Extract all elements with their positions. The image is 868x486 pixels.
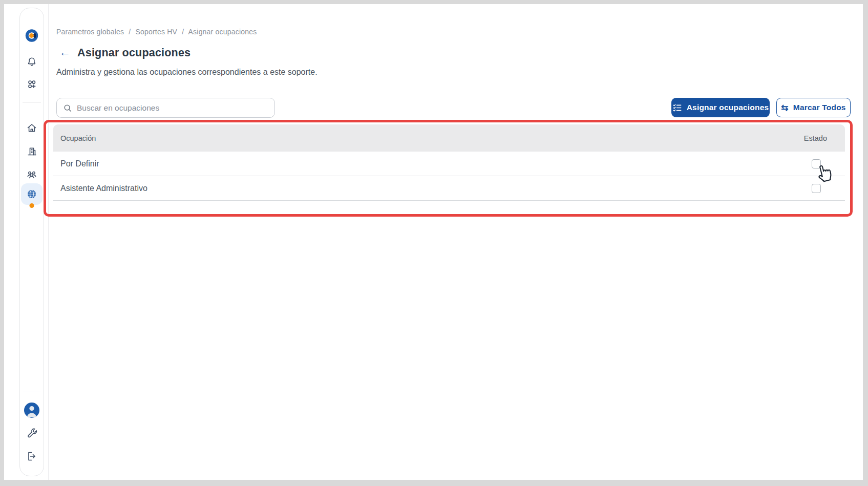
mark-all-label: Marcar Todos xyxy=(793,103,846,112)
occupation-name: Por Definir xyxy=(53,159,758,168)
building-icon[interactable] xyxy=(26,145,38,158)
company-logo-glyph xyxy=(25,29,39,43)
sidebar-rail xyxy=(4,4,49,480)
occupation-name: Asistente Administrativo xyxy=(53,184,758,193)
sidebar-divider-top xyxy=(23,102,41,103)
globe-icon[interactable] xyxy=(26,188,38,200)
estado-cell xyxy=(758,184,845,193)
main-content: Parametros globales / Soportes HV / Asig… xyxy=(49,4,863,480)
swap-arrows-icon: ⇆ xyxy=(781,103,788,112)
apps-add-icon[interactable] xyxy=(26,78,38,91)
back-arrow-icon[interactable]: ← xyxy=(58,46,72,59)
column-header-estado: Estado xyxy=(758,134,845,142)
table-header-row: Ocupación Estado xyxy=(53,124,845,152)
occupations-table: Ocupación Estado Por Definir Asistente A… xyxy=(53,124,845,201)
table-body: Por Definir Asistente Administrativo xyxy=(53,152,845,201)
screenshot-stage: Parametros globales / Soportes HV / Asig… xyxy=(0,0,868,486)
column-header-ocupacion: Ocupación xyxy=(53,134,758,142)
notification-dot xyxy=(30,203,34,208)
sidebar-divider-bottom xyxy=(23,391,41,391)
search-box xyxy=(56,98,275,118)
estado-checkbox[interactable] xyxy=(812,184,821,193)
bell-icon[interactable] xyxy=(26,56,38,68)
avatar-icon[interactable] xyxy=(24,402,40,418)
sidebar xyxy=(19,8,44,476)
home-icon[interactable] xyxy=(26,122,38,134)
table-row: Por Definir xyxy=(53,152,845,176)
breadcrumb-item-parametros[interactable]: Parametros globales xyxy=(56,28,124,36)
app-window: Parametros globales / Soportes HV / Asig… xyxy=(4,4,863,480)
breadcrumb-separator: / xyxy=(182,28,184,36)
mark-all-button[interactable]: ⇆ Marcar Todos xyxy=(776,98,851,117)
wrench-icon[interactable] xyxy=(26,427,38,439)
search-input[interactable] xyxy=(77,103,268,113)
logout-icon[interactable] xyxy=(26,450,38,462)
estado-checkbox[interactable] xyxy=(812,159,821,168)
company-logo-icon[interactable] xyxy=(25,29,39,43)
users-icon[interactable] xyxy=(26,168,38,181)
list-check-icon xyxy=(672,103,682,113)
page-subtitle: Administra y gestiona las ocupaciones co… xyxy=(56,68,317,77)
breadcrumb-item-asignar: Asignar ocupaciones xyxy=(188,28,257,36)
estado-cell xyxy=(758,159,845,168)
page-title: Asignar ocupaciones xyxy=(77,47,190,59)
breadcrumb-separator: / xyxy=(129,28,131,36)
assign-occupations-label: Asignar ocupaciones xyxy=(687,103,769,112)
search-icon xyxy=(63,103,72,113)
breadcrumb-item-soportes[interactable]: Soportes HV xyxy=(135,28,177,36)
breadcrumb: Parametros globales / Soportes HV / Asig… xyxy=(56,28,257,36)
assign-occupations-button[interactable]: Asignar ocupaciones xyxy=(671,98,770,117)
table-row: Asistente Administrativo xyxy=(53,176,845,201)
